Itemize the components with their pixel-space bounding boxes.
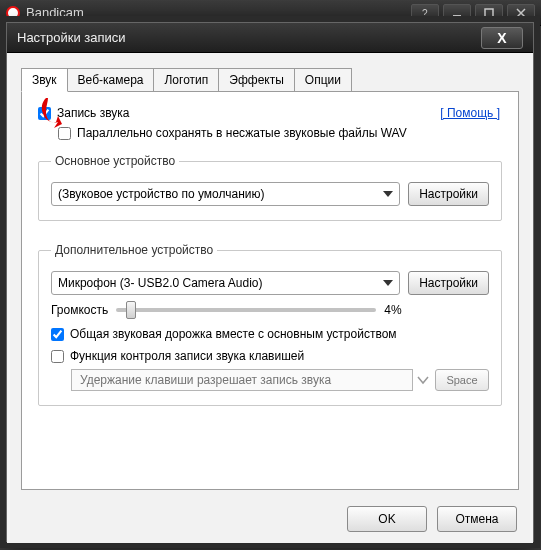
hotkey-toggle-row[interactable]: Функция контроля записи звука клавишей <box>51 349 489 363</box>
tab-logo[interactable]: Логотип <box>153 68 219 92</box>
main-device-select[interactable]: (Звуковое устройство по умолчанию) <box>51 182 400 206</box>
recording-settings-dialog: Настройки записи X Звук Веб-камера Логот… <box>6 22 534 542</box>
main-device-settings-button[interactable]: Настройки <box>408 182 489 206</box>
volume-label: Громкость <box>51 303 108 317</box>
dialog-title: Настройки записи <box>17 30 126 45</box>
cancel-button[interactable]: Отмена <box>437 506 517 532</box>
svg-rect-2 <box>485 9 493 17</box>
secondary-device-settings-button[interactable]: Настройки <box>408 271 489 295</box>
secondary-device-legend: Дополнительное устройство <box>51 243 217 257</box>
svg-rect-1 <box>453 15 461 17</box>
space-key-button: Space <box>435 369 489 391</box>
mix-with-main-checkbox[interactable] <box>51 328 64 341</box>
volume-readout: 4% <box>384 303 401 317</box>
secondary-device-select[interactable]: Микрофон (3- USB2.0 Camera Audio) <box>51 271 400 295</box>
hotkey-toggle-checkbox[interactable] <box>51 350 64 363</box>
tab-label: Опции <box>305 73 341 87</box>
tab-label: Эффекты <box>229 73 284 87</box>
record-sound-label: Запись звука <box>57 106 130 120</box>
save-wav-row[interactable]: Параллельно сохранять в несжатые звуковы… <box>58 126 502 140</box>
sound-tab-panel: [ Помощь ] Запись звука Параллельно сохр… <box>21 91 519 490</box>
app-logo-icon <box>6 6 20 20</box>
ok-button[interactable]: OK <box>347 506 427 532</box>
tab-webcam[interactable]: Веб-камера <box>67 68 155 92</box>
help-link[interactable]: [ Помощь ] <box>440 106 500 120</box>
dialog-close-button[interactable]: X <box>481 27 523 49</box>
record-sound-checkbox[interactable] <box>38 107 51 120</box>
hotkey-toggle-label: Функция контроля записи звука клавишей <box>70 349 304 363</box>
app-help-button[interactable]: ? <box>411 4 439 22</box>
tabbar: Звук Веб-камера Логотип Эффекты Опции <box>21 67 519 91</box>
secondary-device-group: Дополнительное устройство Микрофон (3- U… <box>38 243 502 406</box>
save-wav-checkbox[interactable] <box>58 127 71 140</box>
dialog-footer: OK Отмена <box>7 495 533 543</box>
tab-label: Логотип <box>164 73 208 87</box>
app-maximize-button[interactable] <box>475 4 503 22</box>
dialog-titlebar: Настройки записи X <box>7 23 533 53</box>
app-minimize-button[interactable] <box>443 4 471 22</box>
main-device-group: Основное устройство (Звуковое устройство… <box>38 154 502 221</box>
tab-label: Звук <box>32 73 57 87</box>
record-sound-row[interactable]: Запись звука <box>38 106 502 120</box>
tab-sound[interactable]: Звук <box>21 68 68 92</box>
app-close-button[interactable] <box>507 4 535 22</box>
mix-with-main-label: Общая звуковая дорожка вместе с основным… <box>70 327 397 341</box>
tab-effects[interactable]: Эффекты <box>218 68 295 92</box>
hotkey-input <box>71 369 413 391</box>
close-icon: X <box>497 30 506 46</box>
mix-with-main-row[interactable]: Общая звуковая дорожка вместе с основным… <box>51 327 489 341</box>
chevron-down-icon <box>417 374 429 386</box>
tab-options[interactable]: Опции <box>294 68 352 92</box>
tab-label: Веб-камера <box>78 73 144 87</box>
main-device-legend: Основное устройство <box>51 154 179 168</box>
app-title: Bandicam <box>26 5 84 20</box>
svg-text:?: ? <box>422 8 428 18</box>
volume-slider[interactable] <box>116 308 376 312</box>
save-wav-label: Параллельно сохранять в несжатые звуковы… <box>77 126 407 140</box>
